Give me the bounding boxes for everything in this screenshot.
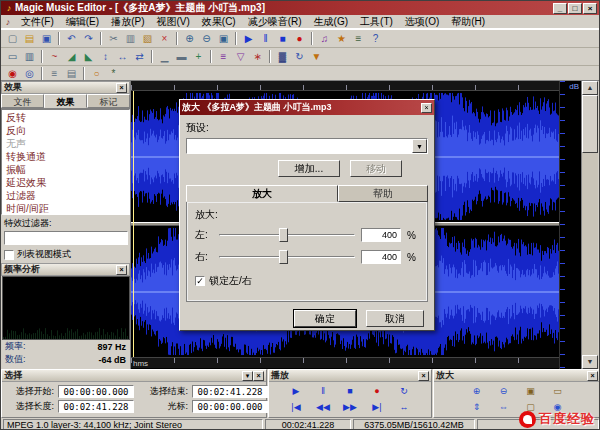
tab-help[interactable]: 帮助 [338,185,428,202]
right-amplify-value[interactable]: 400 [361,250,401,264]
options-icon[interactable]: * [105,66,122,81]
sidebar-tab-1[interactable]: 效果 [44,94,87,108]
frequency-panel-header[interactable]: 频率分析 × [1,263,130,276]
filter-input[interactable] [4,231,128,245]
zoom-selection-button[interactable]: ▣ [519,384,543,398]
filter-icon[interactable]: ▽ [232,49,249,64]
cd-icon[interactable]: ○ [88,66,105,81]
dialog-titlebar[interactable]: 放大 《多拉A梦》主题曲 小叮当.mp3 × [180,100,434,115]
reverse-icon[interactable]: ↔ [114,49,131,64]
spectrum-icon[interactable]: ▓ [274,49,291,64]
marker-icon[interactable]: ▼ [308,49,325,64]
save-icon[interactable]: ▣ [38,31,55,46]
redo-icon[interactable]: ↷ [80,31,97,46]
maximize-button[interactable]: □ [568,3,582,14]
play-icon[interactable]: ▶ [240,31,257,46]
amplify-icon[interactable]: ~ [46,49,63,64]
stop-icon[interactable]: ■ [274,31,291,46]
pause-button[interactable]: ‖ [311,384,335,398]
loop-icon[interactable]: ↻ [291,49,308,64]
left-amplify-value[interactable]: 400 [361,228,401,242]
zoom-in-icon[interactable]: ⊕ [181,31,198,46]
zoom-panel-header[interactable]: 放大 × [434,370,600,382]
right-amplify-slider[interactable] [219,249,355,265]
menu-item-9[interactable]: 帮助(H) [445,15,491,29]
scrollbar-thumb[interactable] [582,95,598,153]
fade-in-icon[interactable]: ◢ [63,49,80,64]
effects-panel-close-icon[interactable]: × [116,83,127,93]
zoom-out-icon[interactable]: ⊖ [198,31,215,46]
scroll-up-icon[interactable]: ▲ [582,81,598,95]
paste-icon[interactable]: ▧ [139,31,156,46]
effect-item[interactable]: 反向 [2,124,129,137]
cut-icon[interactable]: ✂ [105,31,122,46]
time-ruler-top[interactable] [131,81,559,91]
zoom-horizontal-button[interactable]: ⇔ [492,400,516,414]
selection-panel-header[interactable]: 选择 ▾ × [2,370,266,382]
equalizer-icon[interactable]: ≡ [215,49,232,64]
go-start-button[interactable]: |◀ [284,400,308,414]
window-titlebar[interactable]: ♪ Magic Music Editor - [《多拉A梦》主题曲 小叮当.mp… [1,1,599,15]
select-end-field[interactable]: 00:02:41.228 [192,385,268,398]
sidebar-tab-2[interactable]: 标记 [87,94,130,108]
effect-item[interactable]: 转换通道 [2,150,129,163]
copy-icon[interactable]: ▥ [122,31,139,46]
playback-panel-close-icon[interactable]: × [418,371,429,381]
lock-channels-checkbox[interactable] [195,276,205,286]
cancel-button[interactable]: 取消 [366,310,424,327]
selection-tool-icon[interactable]: ▥ [21,49,38,64]
chevron-down-icon[interactable]: ▼ [412,139,427,153]
list-mode-checkbox[interactable] [4,250,14,260]
scroll-down-icon[interactable]: ▼ [582,355,598,369]
go-end-button[interactable]: ▶| [365,400,389,414]
zoom-selection-icon[interactable]: ▣ [215,31,232,46]
rewind-button[interactable]: ◀◀ [311,400,335,414]
open-folder-icon[interactable]: ▤ [21,31,38,46]
left-amplify-slider[interactable] [219,227,355,243]
close-button[interactable]: × [583,3,597,14]
zoom-full-button[interactable]: ▭ [546,384,570,398]
undo-icon[interactable]: ↶ [63,31,80,46]
forward-button[interactable]: ▶▶ [338,400,362,414]
tab-amplify[interactable]: 放大 [186,185,338,202]
menu-item-2[interactable]: 播放(P) [105,15,150,29]
menu-item-1[interactable]: 编辑(E) [60,15,105,29]
zoom-panel-close-icon[interactable]: × [587,371,598,381]
menu-item-4[interactable]: 效果(C) [196,15,242,29]
time-ruler-bottom[interactable]: hms [131,357,559,368]
menu-item-5[interactable]: 减少噪音(R) [242,15,308,29]
frequency-panel-close-icon[interactable]: × [116,265,127,275]
pause-icon[interactable]: ‖ [257,31,274,46]
playback-panel-header[interactable]: 播放 × [269,370,431,382]
menu-item-7[interactable]: 工具(T) [354,15,399,29]
menu-item-6[interactable]: 生成(G) [308,15,354,29]
dialog-close-icon[interactable]: × [421,103,432,113]
sidebar-tab-0[interactable]: 文件 [1,94,44,108]
selection-panel-close-icon[interactable]: × [253,371,264,381]
mix-icon[interactable]: ♫ [316,31,333,46]
slider-thumb[interactable] [279,228,288,242]
script-list-icon[interactable]: ≡ [46,66,63,81]
delete-icon[interactable]: × [156,31,173,46]
add-preset-button[interactable]: 增加... [278,160,340,177]
fade-out-icon[interactable]: ◣ [80,49,97,64]
vertical-scrollbar[interactable]: ▲ ▼ [581,81,598,369]
preset-dropdown[interactable]: ▼ [186,138,428,154]
cursor-field[interactable]: 00:00:00.000 [192,400,268,413]
record-level-icon[interactable]: ◉ [4,66,21,81]
slider-thumb[interactable] [279,250,288,264]
normalize-icon[interactable]: ↕ [97,49,114,64]
zoom-in-button[interactable]: ⊕ [465,384,489,398]
play-button[interactable]: ▶ [284,384,308,398]
effect-item[interactable]: 延迟效果 [2,176,129,189]
monitor-icon[interactable]: ◎ [21,66,38,81]
select-all-icon[interactable]: ▭ [4,49,21,64]
trim-icon[interactable]: ▬ [173,49,190,64]
insert-icon[interactable]: + [190,49,207,64]
help-icon[interactable]: ? [367,31,384,46]
effect-item[interactable]: 无声 [2,137,129,150]
effects-panel-header[interactable]: 效果 × [1,81,130,94]
play-selection-button[interactable]: ↔ [392,400,416,414]
minimize-button[interactable]: _ [553,3,567,14]
effect-item[interactable]: 时间/间距 [2,202,129,215]
